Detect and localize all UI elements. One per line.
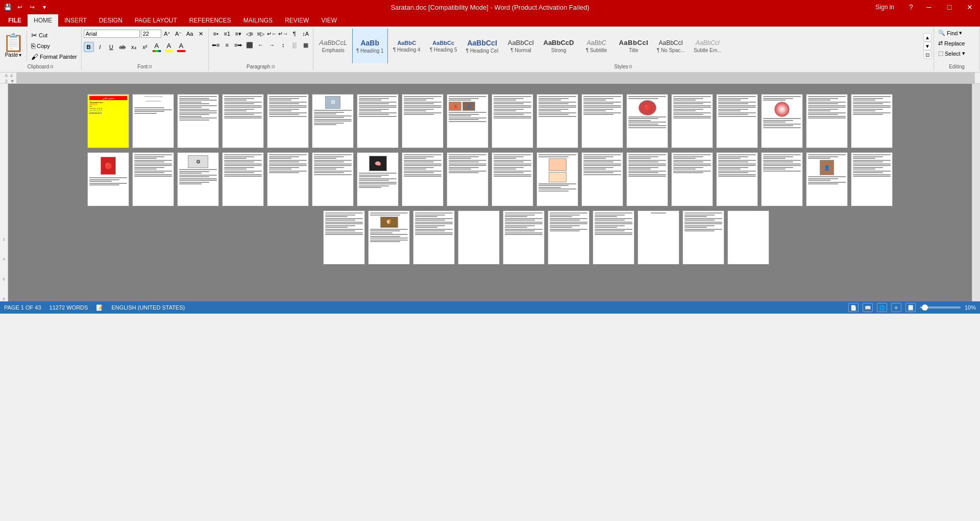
font-name-input[interactable] bbox=[84, 30, 140, 38]
redo-icon[interactable]: ↪ bbox=[27, 2, 38, 13]
font-color-button[interactable]: A bbox=[176, 41, 187, 53]
ltr2-button[interactable]: ← bbox=[256, 40, 266, 50]
page-thumbnail-13[interactable]: 🔴 bbox=[626, 94, 668, 148]
close-button[interactable]: ✕ bbox=[960, 0, 980, 14]
tab-view[interactable]: VIEW bbox=[315, 14, 343, 27]
style-subtitle[interactable]: AaBbC ¶ Subtitle bbox=[578, 29, 614, 63]
tab-page-layout[interactable]: PAGE LAYOUT bbox=[129, 14, 183, 27]
style-title[interactable]: AaBbCcI Title bbox=[615, 29, 652, 63]
style-subtleem[interactable]: AaBbCcl Subtle Em... bbox=[690, 29, 725, 63]
paste-icon[interactable]: 📋 bbox=[3, 34, 24, 51]
style-strong[interactable]: AaBbCcD Strong bbox=[540, 29, 578, 63]
page-thumbnail-3[interactable] bbox=[177, 94, 219, 148]
page-thumbnail-35[interactable]: 👤 bbox=[806, 152, 848, 206]
bold-button[interactable]: B bbox=[84, 42, 94, 52]
tab-mailings[interactable]: MAILINGS bbox=[237, 14, 279, 27]
page-thumbnail-17[interactable] bbox=[806, 94, 848, 148]
page-thumbnail-26[interactable] bbox=[402, 152, 444, 206]
page-thumbnail-20[interactable] bbox=[132, 152, 174, 206]
save-icon[interactable]: 💾 bbox=[2, 2, 13, 13]
page-thumbnail-25[interactable]: 🧠 bbox=[357, 152, 399, 206]
rtl-button[interactable]: ↵→ bbox=[278, 29, 288, 39]
clipboard-expand-icon[interactable]: ⊡ bbox=[50, 64, 54, 69]
copy-button[interactable]: ⎘ Copy bbox=[29, 41, 79, 51]
paste-dropdown[interactable]: Paste ▾ bbox=[3, 51, 24, 59]
style-emphasis[interactable]: AaBbCcL Emphasis bbox=[315, 29, 351, 63]
numbering-button[interactable]: ≡1 bbox=[222, 29, 232, 39]
page-thumbnail-36[interactable] bbox=[851, 152, 893, 206]
replace-button[interactable]: ⇄ Replace bbox=[936, 39, 967, 48]
subscript-button[interactable]: x₂ bbox=[129, 42, 139, 52]
page-thumbnail-14[interactable] bbox=[671, 94, 713, 148]
page-thumbnail-28[interactable] bbox=[492, 152, 533, 206]
page-thumbnail-4[interactable] bbox=[222, 94, 264, 148]
find-button[interactable]: 🔍 Find ▾ bbox=[936, 29, 964, 37]
page-thumbnail-19[interactable]: 🔴 bbox=[87, 152, 129, 206]
page-thumbnail-8[interactable] bbox=[402, 94, 444, 148]
change-case-button[interactable]: Aa bbox=[185, 29, 195, 39]
page-thumbnail-37[interactable] bbox=[323, 210, 365, 265]
select-button[interactable]: ⬚ Select ▾ bbox=[936, 49, 967, 58]
font-size-input[interactable] bbox=[141, 30, 161, 38]
page-thumbnail-10[interactable] bbox=[492, 94, 533, 148]
align-left-button[interactable]: ⬅≡ bbox=[211, 40, 221, 50]
page-thumbnail-32[interactable] bbox=[671, 152, 713, 206]
vertical-scrollbar[interactable] bbox=[972, 84, 980, 301]
borders-button[interactable]: ▦ bbox=[301, 40, 311, 50]
page-thumbnail-12[interactable] bbox=[581, 94, 623, 148]
font-expand-icon[interactable]: ⊡ bbox=[149, 64, 152, 69]
font-grow-button[interactable]: A⁺ bbox=[162, 29, 173, 39]
line-spacing-button[interactable]: ↕ bbox=[278, 40, 288, 50]
cut-button[interactable]: ✂ Cut bbox=[29, 30, 79, 40]
page-thumbnail-38[interactable]: 🍞 bbox=[368, 210, 410, 265]
underline-button[interactable]: U bbox=[106, 42, 116, 52]
justify-button[interactable]: ⬛ bbox=[244, 40, 255, 50]
page-thumbnail-41[interactable] bbox=[503, 210, 545, 265]
styles-expand-icon[interactable]: ⊡ bbox=[629, 64, 632, 69]
format-painter-button[interactable]: 🖌 Format Painter bbox=[29, 52, 79, 62]
page-thumbnail-27[interactable] bbox=[447, 152, 488, 206]
style-heading1[interactable]: AaBb ¶ Heading 1 bbox=[352, 29, 388, 63]
page-thumbnail-18[interactable] bbox=[851, 94, 893, 148]
style-more[interactable]: ⊡ bbox=[923, 51, 932, 59]
ltr-button[interactable]: ↵← bbox=[267, 29, 277, 39]
help-button[interactable]: ? bbox=[903, 0, 919, 14]
page-thumbnail-39[interactable] bbox=[413, 210, 455, 265]
style-heading-ci[interactable]: AaBbCcI ¶ Heading CeI bbox=[462, 29, 502, 63]
outline-view-button[interactable]: ≡ bbox=[891, 303, 901, 312]
page-thumbnail-22[interactable] bbox=[222, 152, 264, 206]
read-mode-button[interactable]: 📖 bbox=[863, 303, 873, 312]
style-nospace[interactable]: AaBbCcI ¶ No Spac... bbox=[653, 29, 689, 63]
increase-indent-button[interactable]: ≡▷ bbox=[256, 29, 266, 39]
page-thumbnail-11[interactable] bbox=[536, 94, 578, 148]
style-heading5[interactable]: AaBbCc ¶ Heading 5 bbox=[426, 29, 461, 63]
page-thumbnail-45[interactable] bbox=[682, 210, 724, 265]
minimize-button[interactable]: ─ bbox=[919, 0, 939, 14]
show-hide-button[interactable]: ¶ bbox=[289, 29, 300, 39]
web-layout-button[interactable]: 🌐 bbox=[877, 303, 887, 312]
paragraph-expand-icon[interactable]: ⊡ bbox=[272, 64, 275, 69]
style-normal[interactable]: AaBbCcI ¶ Normal bbox=[503, 29, 539, 63]
multilevel-button[interactable]: ≡▾ bbox=[233, 29, 243, 39]
page-thumbnail-42[interactable] bbox=[548, 210, 590, 265]
sort-button[interactable]: ↕A bbox=[301, 29, 311, 39]
tab-file[interactable]: FILE bbox=[2, 14, 28, 27]
style-heading4[interactable]: AaBbC ¶ Heading 4 bbox=[389, 29, 425, 63]
page-thumbnail-6[interactable]: 🖼 bbox=[312, 94, 354, 148]
tab-insert[interactable]: INSERT bbox=[58, 14, 93, 27]
page-thumbnail-21[interactable]: ⚙ bbox=[177, 152, 219, 206]
page-thumbnail-5[interactable] bbox=[267, 94, 309, 148]
customize-qat-icon[interactable]: ▾ bbox=[39, 2, 50, 13]
page-thumbnail-30[interactable] bbox=[581, 152, 623, 206]
style-scroll-up[interactable]: ▲ bbox=[923, 33, 932, 41]
page-thumbnail-9[interactable]: 🍎 👤 bbox=[447, 94, 488, 148]
page-thumbnail-7[interactable] bbox=[357, 94, 399, 148]
page-thumbnail-15[interactable] bbox=[716, 94, 758, 148]
page-thumbnail-29[interactable] bbox=[536, 152, 578, 206]
page-thumbnail-43[interactable] bbox=[593, 210, 634, 265]
tab-review[interactable]: REVIEW bbox=[279, 14, 315, 27]
print-layout-view-button[interactable]: 📄 bbox=[848, 303, 859, 312]
superscript-button[interactable]: x² bbox=[140, 42, 150, 52]
decrease-indent-button[interactable]: ◁≡ bbox=[244, 29, 255, 39]
maximize-button[interactable]: □ bbox=[939, 0, 960, 14]
